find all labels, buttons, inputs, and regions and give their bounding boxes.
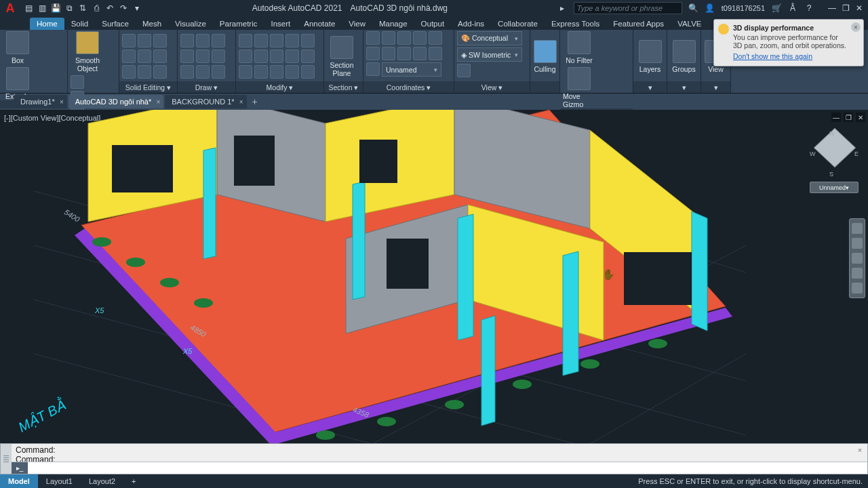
panel-label-view2[interactable]: ▾ <box>701 81 730 93</box>
qat-save-icon[interactable]: 💾 <box>50 3 61 14</box>
culling-button[interactable]: Culling <box>533 40 557 73</box>
se-tool[interactable] <box>122 34 136 47</box>
draw-tool[interactable] <box>196 34 210 47</box>
move-gizmo-button[interactable]: Move Gizmo <box>563 67 595 108</box>
qat-undo-icon[interactable]: ↶ <box>104 3 115 14</box>
nav-zoom-icon[interactable] <box>852 253 863 264</box>
tab-solid[interactable]: Solid <box>64 18 96 30</box>
nav-fullnav-icon[interactable] <box>852 223 863 234</box>
tab-home[interactable]: Home <box>30 18 64 30</box>
section-plane-button[interactable]: Section Plane <box>327 36 357 77</box>
se-tool[interactable] <box>122 49 136 63</box>
se-tool[interactable] <box>122 65 136 79</box>
mod-tool[interactable] <box>239 65 252 79</box>
notification-close-button[interactable]: × <box>851 22 861 32</box>
panel-label-view[interactable]: View ▾ <box>454 81 530 93</box>
restore-button[interactable]: ❐ <box>841 3 850 13</box>
command-drag-handle[interactable] <box>1 444 12 474</box>
viewcube-west[interactable]: W <box>810 150 816 157</box>
groups-button[interactable]: Groups <box>670 40 698 73</box>
search-input[interactable]: Type a keyword or phrase <box>574 2 682 14</box>
se-tool[interactable] <box>153 34 167 47</box>
se-tool[interactable] <box>153 49 167 63</box>
qat-new-icon[interactable]: ▤ <box>23 3 34 14</box>
user-name[interactable]: t0918176251 <box>722 4 765 12</box>
nav-orbit-icon[interactable] <box>852 268 863 279</box>
mesh-tool-1[interactable] <box>71 75 84 89</box>
qat-redo-icon[interactable]: ↷ <box>118 3 129 14</box>
layers-button[interactable]: Layers <box>636 40 664 73</box>
doc-tab-main[interactable]: AutoCAD 3D ngôi nhà*× <box>68 95 164 108</box>
draw-tool[interactable] <box>212 34 225 47</box>
ucs-tool[interactable] <box>429 47 442 60</box>
tab-insert[interactable]: Insert <box>264 18 297 30</box>
tab-output[interactable]: Output <box>414 18 452 30</box>
viewcube-ucs-dropdown[interactable]: Unnamed ▾ <box>810 182 859 193</box>
mod-tool[interactable] <box>254 65 268 79</box>
nav-pan-icon[interactable] <box>852 238 863 249</box>
mod-tool[interactable] <box>239 34 252 47</box>
ucs-dropdown[interactable]: Unnamed▾ <box>382 62 441 77</box>
draw-tool[interactable] <box>196 65 210 79</box>
doc-tab-drawing1[interactable]: Drawing1*× <box>14 95 67 108</box>
layout-tab-add[interactable]: + <box>123 474 144 488</box>
ucs-tool[interactable] <box>366 31 380 45</box>
viewcube-east[interactable]: E <box>854 150 859 157</box>
visual-style-dropdown[interactable]: 🎨 Conceptual▾ <box>457 31 522 45</box>
panel-label-modify[interactable]: Modify ▾ <box>236 81 323 93</box>
vp-close[interactable]: ✕ <box>856 113 865 122</box>
vp-minimize[interactable]: — <box>831 113 841 122</box>
new-tab-button[interactable]: + <box>248 95 262 108</box>
mod-tool[interactable] <box>285 34 299 47</box>
ucs-tool[interactable] <box>382 31 395 45</box>
tab-mesh[interactable]: Mesh <box>136 18 168 30</box>
se-tool[interactable] <box>153 65 167 79</box>
minimize-button[interactable]: — <box>827 3 837 13</box>
ucs-tool[interactable] <box>413 47 427 60</box>
vp-restore[interactable]: ❐ <box>844 113 853 122</box>
mod-tool[interactable] <box>270 65 283 79</box>
panel-label-solid-editing[interactable]: Solid Editing ▾ <box>119 81 177 93</box>
no-filter-button[interactable]: No Filter <box>563 31 595 64</box>
ucs-tool[interactable] <box>413 31 427 45</box>
draw-tool[interactable] <box>212 49 225 63</box>
tab-surface[interactable]: Surface <box>95 18 136 30</box>
tab-manage[interactable]: Manage <box>372 18 414 30</box>
draw-tool[interactable] <box>180 34 194 47</box>
viewcube[interactable]: N E S W <box>814 133 856 175</box>
doc-tab-background[interactable]: BACKGROUND 1*× <box>165 95 246 108</box>
command-close-button[interactable]: × <box>855 445 865 455</box>
close-icon[interactable]: × <box>239 98 243 106</box>
mod-tool[interactable] <box>301 34 315 47</box>
user-icon[interactable]: 👤 <box>705 3 715 13</box>
qat-saveas-icon[interactable]: ⧉ <box>64 3 75 14</box>
mod-tool[interactable] <box>270 49 283 63</box>
command-prompt-icon[interactable]: ▸_ <box>12 462 28 474</box>
smooth-object-button[interactable]: Smooth Object <box>71 31 104 73</box>
tab-valve[interactable]: VALVE <box>671 18 708 30</box>
layout-tab-layout1[interactable]: Layout1 <box>38 474 81 488</box>
tab-collaborate[interactable]: Collaborate <box>491 18 545 30</box>
ucs-tool[interactable] <box>429 31 442 45</box>
se-tool[interactable] <box>138 34 151 47</box>
panel-label-section[interactable]: Section ▾ <box>324 81 363 93</box>
panel-label-groups[interactable]: ▾ <box>667 81 701 93</box>
viewcube-north[interactable]: N <box>829 130 834 137</box>
draw-tool[interactable] <box>180 65 194 79</box>
nav-showmotion-icon[interactable] <box>852 283 863 293</box>
app-logo[interactable]: A <box>3 1 18 16</box>
mod-tool[interactable] <box>270 34 283 47</box>
tab-featured-apps[interactable]: Featured Apps <box>606 18 671 30</box>
command-line[interactable]: ▸_ <box>12 462 867 474</box>
qat-plot-icon[interactable]: ⎙ <box>91 3 102 14</box>
tab-addins[interactable]: Add-ins <box>451 18 491 30</box>
se-tool[interactable] <box>138 49 151 63</box>
draw-tool[interactable] <box>196 49 210 63</box>
mod-tool[interactable] <box>301 65 315 79</box>
layout-tab-layout2[interactable]: Layout2 <box>81 474 123 488</box>
tab-view[interactable]: View <box>342 18 372 30</box>
draw-tool[interactable] <box>212 65 225 79</box>
mod-tool[interactable] <box>239 49 252 63</box>
autodesk-app-icon[interactable]: Å <box>788 3 797 13</box>
mod-tool[interactable] <box>254 34 268 47</box>
